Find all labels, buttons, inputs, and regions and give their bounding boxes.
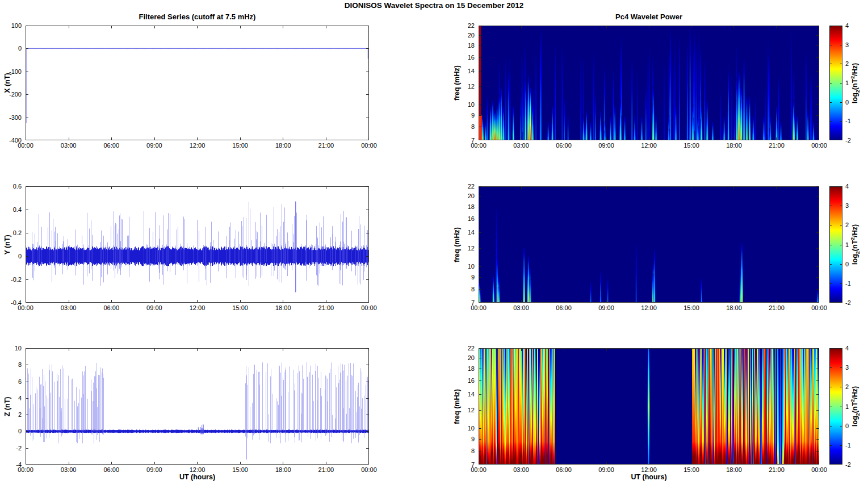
- tick-label: 18:00: [726, 143, 742, 149]
- tick-label: 10: [468, 264, 475, 270]
- tick-label: 21:00: [769, 467, 785, 473]
- tick-label: 03:00: [513, 467, 529, 473]
- tick-label: -4: [16, 462, 22, 468]
- tick-label: 2: [845, 384, 849, 390]
- tick-label: 2: [845, 222, 849, 228]
- tick-label: 4: [845, 183, 849, 190]
- tick-label: 10: [15, 345, 22, 352]
- tick-label: 20: [468, 355, 475, 361]
- tick-label: 22: [468, 23, 475, 29]
- tick-label: -2: [16, 445, 22, 451]
- tick-label: 09:00: [146, 305, 162, 311]
- tick-label: 00:00: [361, 467, 377, 473]
- x-axis-label-left: UT (hours): [26, 473, 369, 481]
- right-column-title: Pc4 Wavelet Power: [479, 12, 819, 21]
- tick-label: 12:00: [190, 467, 206, 473]
- tick-label: 4: [845, 345, 849, 352]
- tick-label: 12:00: [641, 305, 657, 311]
- tick-label: 00:00: [18, 305, 33, 311]
- tick-label: 0: [18, 45, 22, 52]
- colorbar-x-wavelet: 43210-1-2: [829, 26, 842, 140]
- tick-label: 21:00: [318, 305, 334, 311]
- tick-label: 12:00: [190, 143, 206, 149]
- tick-label: 00:00: [811, 143, 827, 149]
- plot-canvas: [829, 186, 842, 303]
- colorbar-z-wavelet: 43210-1-2: [829, 348, 842, 465]
- tick-label: 4: [18, 395, 22, 401]
- tick-label: 4: [845, 23, 849, 29]
- freq-axis-label-middle: freq (mHz): [452, 186, 462, 303]
- tick-label: 16: [468, 378, 475, 384]
- freq-axis-label-bottom: freq (mHz): [452, 348, 462, 465]
- tick-label: 10: [468, 425, 475, 432]
- tick-label: 14: [468, 229, 475, 235]
- y-series-plot: 00:0003:0006:0009:0012:0015:0018:0021:00…: [26, 186, 369, 303]
- tick-label: 12:00: [641, 467, 657, 473]
- x-wavelet-spectrogram: 00:0003:0006:0009:0012:0015:0018:0021:00…: [479, 26, 819, 140]
- x-axis-label-right: UT (hours): [479, 473, 819, 481]
- tick-label: 16: [468, 55, 475, 61]
- tick-label: 18: [468, 43, 475, 49]
- tick-label: 8: [471, 124, 475, 130]
- tick-label: 9: [471, 112, 475, 118]
- plot-canvas: [26, 26, 369, 140]
- colorbar-unit-label-bottom: log2(nT2/Hz): [849, 348, 862, 465]
- tick-label: 6: [18, 378, 22, 384]
- figure-canvas: DIONISOS Wavelet Spectra on 15 December …: [0, 0, 868, 485]
- tick-label: 3: [845, 203, 849, 209]
- tick-label: 20: [468, 193, 475, 199]
- plot-canvas: [26, 186, 369, 303]
- tick-label: 15:00: [232, 143, 248, 149]
- tick-label: 09:00: [598, 305, 614, 311]
- tick-label: 22: [468, 183, 475, 190]
- tick-label: 06:00: [556, 467, 572, 473]
- x-series-plot: 00:0003:0006:0009:0012:0015:0018:0021:00…: [26, 26, 369, 140]
- tick-label: 21:00: [318, 143, 334, 149]
- tick-label: 12:00: [641, 143, 657, 149]
- figure-title: DIONISOS Wavelet Spectra on 15 December …: [0, 1, 868, 10]
- tick-label: 21:00: [769, 305, 785, 311]
- tick-label: 06:00: [556, 143, 572, 149]
- tick-label: 06:00: [103, 467, 119, 473]
- y-axis-label-z: Z (nT): [2, 348, 12, 465]
- tick-label: 2: [18, 412, 22, 418]
- tick-label: 03:00: [61, 143, 77, 149]
- tick-label: 03:00: [513, 305, 529, 311]
- tick-label: 8: [18, 362, 22, 368]
- left-column-title: Filtered Series (cutoff at 7.5 mHz): [26, 12, 369, 21]
- tick-label: 1: [845, 241, 849, 248]
- tick-label: 0: [18, 253, 22, 260]
- tick-label: 0: [845, 261, 849, 267]
- tick-label: 15:00: [684, 305, 699, 311]
- tick-label: 18:00: [726, 305, 742, 311]
- tick-label: 00:00: [811, 305, 827, 311]
- tick-label: 9: [471, 274, 475, 281]
- plot-canvas: [26, 348, 369, 465]
- tick-label: 18:00: [275, 305, 291, 311]
- tick-label: 00:00: [361, 305, 377, 311]
- tick-label: 18:00: [275, 143, 291, 149]
- colorbar-unit-label-middle: log2(nT2/Hz): [849, 186, 862, 303]
- tick-label: 7: [471, 300, 475, 306]
- tick-label: 8: [471, 448, 475, 454]
- tick-label: 7: [471, 137, 475, 144]
- y-axis-label-y: Y (nT): [2, 186, 12, 303]
- colorbar-y-wavelet: 43210-1-2: [829, 186, 842, 303]
- tick-label: 06:00: [103, 305, 119, 311]
- tick-label: 03:00: [61, 305, 77, 311]
- tick-label: 3: [845, 365, 849, 371]
- plot-canvas: [479, 186, 819, 303]
- plot-canvas: [479, 348, 819, 465]
- plot-canvas: [479, 26, 819, 140]
- tick-label: 0: [845, 99, 849, 105]
- tick-label: 0.4: [13, 207, 22, 213]
- tick-label: 22: [468, 345, 475, 352]
- y-axis-label-x: X (nT): [2, 26, 12, 140]
- tick-label: 0: [18, 428, 22, 434]
- y-wavelet-spectrogram: 00:0003:0006:0009:0012:0015:0018:0021:00…: [479, 186, 819, 303]
- tick-label: 0.2: [13, 230, 22, 236]
- tick-label: 00:00: [811, 467, 827, 473]
- tick-label: 12: [468, 83, 475, 89]
- freq-axis-label-top: freq (mHz): [452, 26, 462, 140]
- z-series-plot: 00:0003:0006:0009:0012:0015:0018:0021:00…: [26, 348, 369, 465]
